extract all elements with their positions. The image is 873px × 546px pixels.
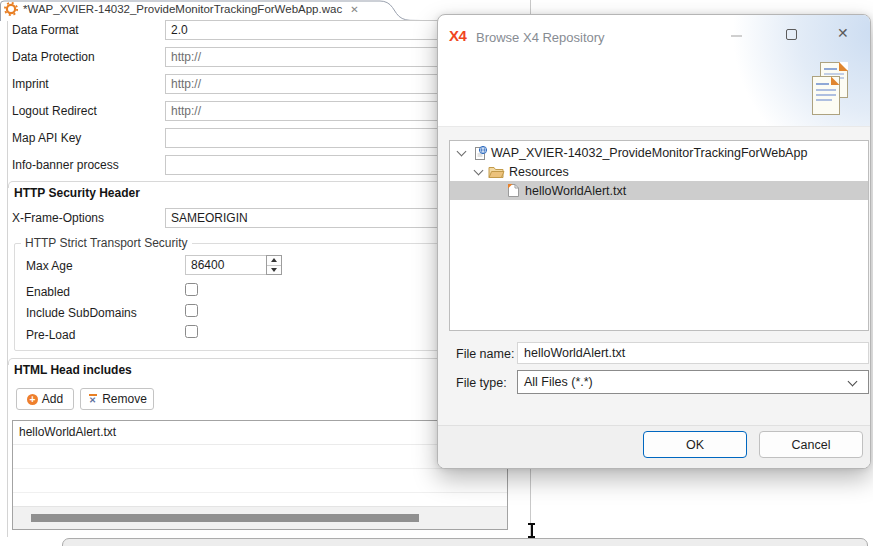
list-empty-row: [13, 445, 507, 469]
tree-item-project[interactable]: WAP_XVIER-14032_ProvideMonitorTrackingFo…: [450, 143, 868, 162]
x4-logo: X4: [449, 27, 466, 44]
head-includes-list[interactable]: helloWorldAlert.txt: [12, 420, 508, 530]
folder-open-icon: [488, 165, 505, 179]
file-type-value: All Files (*.*): [524, 375, 593, 389]
list-hscrollbar[interactable]: [13, 506, 507, 529]
select-chevron-down-icon: [848, 377, 858, 387]
file-name-label: File name:: [456, 347, 514, 361]
preload-checkbox[interactable]: [185, 325, 198, 338]
max-age-label: Max Age: [26, 259, 73, 273]
form-left-border: [7, 21, 8, 537]
add-button[interactable]: + Add: [16, 388, 74, 410]
file-name-input[interactable]: helloWorldAlert.txt: [517, 342, 869, 364]
head-section-title: HTML Head includes: [14, 363, 132, 377]
checkbox-label: Include SubDomains: [26, 306, 137, 320]
documents-icon: [806, 62, 860, 124]
file-type-select[interactable]: All Files (*.*): [517, 370, 869, 394]
max-age-spinner[interactable]: [266, 255, 282, 275]
add-plus-icon: +: [27, 394, 38, 405]
field-label: Imprint: [12, 77, 49, 91]
cancel-button-label: Cancel: [792, 438, 831, 452]
tree-item-label: Resources: [509, 165, 569, 179]
field-label: Info-banner process: [12, 158, 119, 172]
editor-tab[interactable]: *WAP_XVIER-14032_ProvideMonitorTrackingF…: [0, 0, 430, 21]
enabled-checkbox[interactable]: [185, 283, 198, 296]
hsts-group-title: HTTP Strict Transport Security: [21, 236, 192, 250]
dialog-close-icon[interactable]: ✕: [837, 25, 849, 41]
repository-tree[interactable]: WAP_XVIER-14032_ProvideMonitorTrackingFo…: [449, 140, 869, 331]
tree-item-label: helloWorldAlert.txt: [525, 184, 626, 198]
field-label: Logout Redirect: [12, 104, 97, 118]
spinner-up-button[interactable]: [267, 256, 281, 265]
cancel-button[interactable]: Cancel: [759, 431, 863, 458]
chevron-down-icon[interactable]: [474, 165, 484, 175]
browse-repository-dialog: X4 Browse X4 Repository ✕: [437, 14, 871, 469]
list-empty-row: [13, 469, 507, 493]
list-hscrollbar-thumb[interactable]: [31, 514, 419, 522]
ibeam-cursor: [528, 523, 535, 538]
chevron-down-icon[interactable]: [457, 146, 467, 156]
add-button-label: Add: [42, 392, 63, 406]
tab-title: *WAP_XVIER-14032_ProvideMonitorTrackingF…: [23, 3, 342, 15]
file-type-label: File type:: [456, 376, 507, 390]
dialog-title: Browse X4 Repository: [476, 30, 605, 45]
include-subdomains-checkbox[interactable]: [185, 304, 198, 317]
maximize-button[interactable]: [786, 29, 797, 40]
ok-button[interactable]: OK: [643, 431, 747, 458]
security-section-title: HTTP Security Header: [14, 186, 140, 200]
remove-button-label: Remove: [102, 392, 147, 406]
project-icon: [472, 145, 488, 161]
checkbox-label: Enabled: [26, 285, 70, 299]
list-item[interactable]: helloWorldAlert.txt: [13, 421, 507, 445]
max-age-input[interactable]: 86400: [185, 255, 267, 275]
field-label: Data Format: [12, 23, 79, 37]
wac-gear-icon: [4, 2, 18, 16]
field-label: Map API Key: [12, 131, 81, 145]
remove-button[interactable]: ✕ Remove: [80, 388, 154, 410]
field-label: Data Protection: [12, 50, 95, 64]
workbench-hscrollbar[interactable]: [62, 538, 868, 546]
text-file-icon: [507, 183, 520, 198]
tab-close-icon[interactable]: ✕: [350, 4, 358, 15]
spinner-down-button[interactable]: [267, 265, 281, 275]
minimize-button[interactable]: [731, 35, 742, 37]
tree-item-resources[interactable]: Resources: [450, 162, 868, 181]
remove-icon: ✕: [87, 394, 98, 405]
xframe-label: X-Frame-Options: [12, 211, 104, 225]
workbench: *WAP_XVIER-14032_ProvideMonitorTrackingF…: [0, 0, 873, 546]
tree-item-label: WAP_XVIER-14032_ProvideMonitorTrackingFo…: [491, 146, 807, 160]
tree-item-file-selected[interactable]: helloWorldAlert.txt: [450, 181, 868, 200]
ok-button-label: OK: [686, 438, 704, 452]
checkbox-label: Pre-Load: [26, 328, 75, 342]
